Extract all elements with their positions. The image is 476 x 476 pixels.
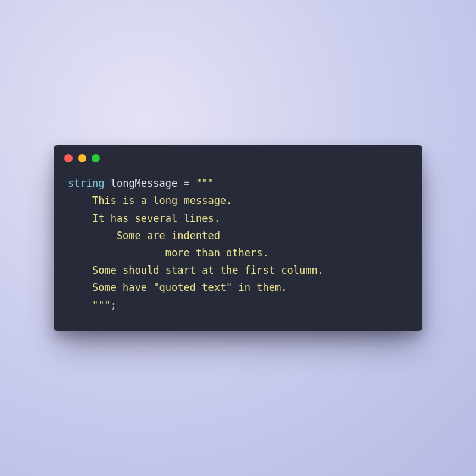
close-icon[interactable] (64, 154, 73, 162)
minimize-icon[interactable] (78, 154, 86, 162)
token-string-line: Some have "quoted text" in them. (68, 281, 287, 293)
token-string-line: Some should start at the first column. (68, 264, 324, 276)
code-editor[interactable]: string longMessage = """ This is a long … (54, 171, 422, 331)
token-identifier: longMessage (111, 177, 178, 189)
token-string-close: """ (68, 299, 111, 311)
token-keyword: string (68, 177, 104, 189)
token-terminator: ; (111, 299, 117, 311)
token-string-line: more than others. (68, 247, 269, 259)
token-string-open: """ (196, 177, 214, 189)
token-string-line: It has several lines. (68, 212, 220, 224)
token-operator: = (184, 177, 190, 189)
token-string-line: This is a long message. (68, 195, 232, 206)
zoom-icon[interactable] (92, 154, 100, 162)
code-window: string longMessage = """ This is a long … (54, 145, 422, 331)
window-titlebar (54, 145, 422, 171)
token-string-line: Some are indented (68, 230, 220, 242)
